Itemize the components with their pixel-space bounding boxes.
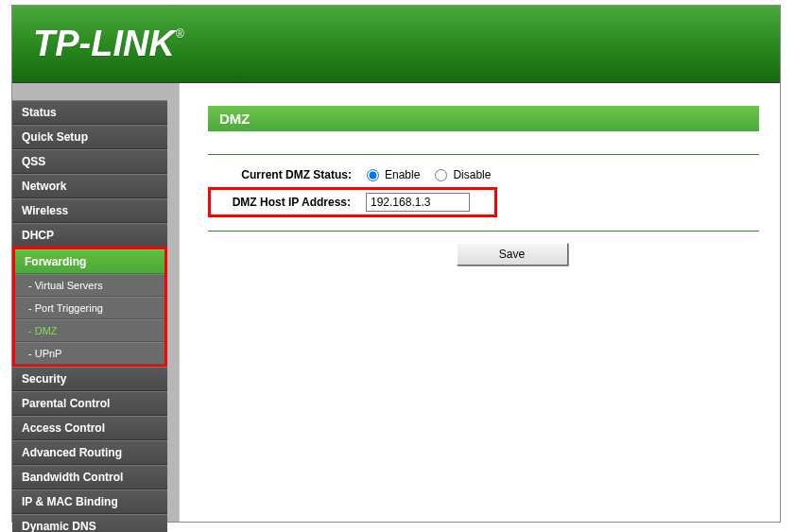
sidebar-subitem-port-triggering[interactable]: - Port Triggering (15, 297, 164, 319)
header: TP-LINK® (12, 6, 780, 83)
sidebar-item-status[interactable]: Status (12, 100, 167, 125)
divider-bottom (208, 231, 759, 232)
row-dmz-status: Current DMZ Status: Enable Disable (208, 164, 759, 185)
sidebar-item-wireless[interactable]: Wireless (12, 198, 167, 223)
content: DMZ Current DMZ Status: Enable Disable D… (179, 83, 780, 522)
brand-text: TP-LINK (33, 24, 175, 64)
sidebar-item-network[interactable]: Network (12, 174, 167, 198)
sidebar-item-dhcp[interactable]: DHCP (12, 223, 167, 248)
sidebar-item-qss[interactable]: QSS (12, 149, 167, 174)
brand-logo: TP-LINK® (33, 24, 184, 64)
label-dmz-ip: DMZ Host IP Address: (211, 196, 366, 209)
sidebar-item-ip-mac-binding[interactable]: IP & MAC Binding (12, 489, 167, 514)
controls-dmz-ip (366, 193, 470, 212)
radio-disable-label[interactable]: Disable (453, 168, 491, 181)
controls-dmz-status: Enable Disable (367, 168, 502, 181)
sidebar-highlight-box: Forwarding - Virtual Servers - Port Trig… (12, 247, 167, 368)
sidebar-item-parental-control[interactable]: Parental Control (12, 391, 167, 416)
label-dmz-status: Current DMZ Status: (208, 168, 367, 181)
app-frame: TP-LINK® Status Quick Setup QSS Network … (11, 5, 781, 523)
sidebar-item-forwarding[interactable]: Forwarding (15, 249, 164, 274)
body: Status Quick Setup QSS Network Wireless … (12, 83, 780, 522)
sidebar-item-access-control[interactable]: Access Control (12, 416, 167, 440)
radio-disable[interactable] (435, 169, 447, 181)
registered-mark: ® (176, 27, 184, 41)
sidebar: Status Quick Setup QSS Network Wireless … (12, 83, 167, 522)
save-button[interactable]: Save (457, 243, 568, 266)
gutter (167, 83, 179, 522)
radio-enable-label[interactable]: Enable (385, 168, 420, 181)
sidebar-subitem-upnp[interactable]: - UPnP (15, 342, 164, 365)
divider-top (208, 154, 759, 155)
sidebar-item-advanced-routing[interactable]: Advanced Routing (12, 440, 167, 465)
page-title: DMZ (208, 106, 759, 131)
save-row: Save (208, 243, 759, 266)
radio-enable[interactable] (367, 169, 379, 181)
sidebar-subitem-virtual-servers[interactable]: - Virtual Servers (15, 274, 164, 297)
sidebar-item-quick-setup[interactable]: Quick Setup (12, 125, 167, 149)
sidebar-item-bandwidth-control[interactable]: Bandwidth Control (12, 465, 167, 489)
sidebar-item-dynamic-dns[interactable]: Dynamic DNS (12, 514, 167, 532)
sidebar-subitem-dmz[interactable]: - DMZ (15, 319, 164, 342)
sidebar-item-security[interactable]: Security (12, 367, 167, 391)
input-dmz-ip[interactable] (366, 193, 470, 212)
row-dmz-ip-highlight: DMZ Host IP Address: (208, 187, 497, 217)
